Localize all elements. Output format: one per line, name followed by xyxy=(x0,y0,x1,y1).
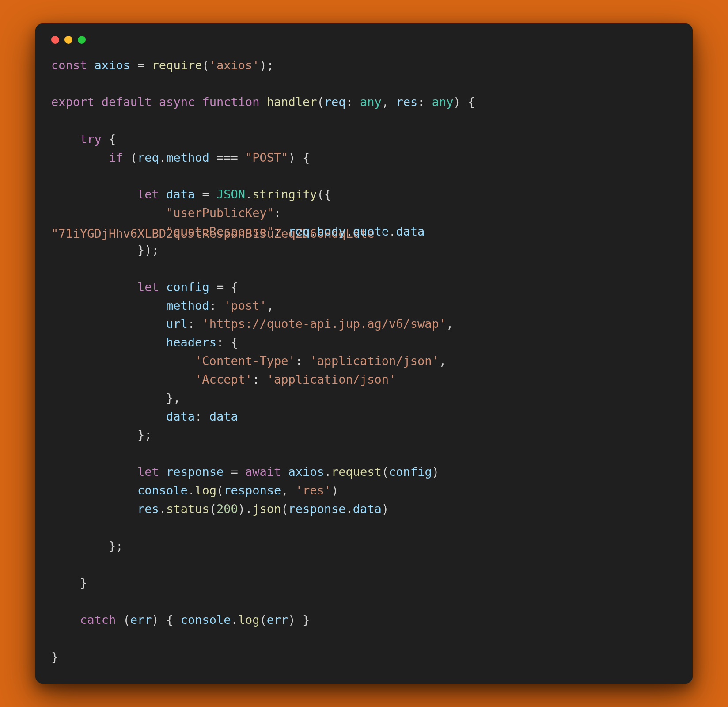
code-token: config xyxy=(159,280,209,294)
code-token: ) { xyxy=(453,95,475,109)
code-token: }; xyxy=(137,428,152,441)
code-token: { xyxy=(102,132,116,146)
code-token: : xyxy=(296,354,310,368)
code-token: ). xyxy=(238,502,253,516)
code-token: 'Accept' xyxy=(195,373,252,386)
code-token: json xyxy=(252,502,281,516)
code-token xyxy=(51,187,137,201)
minimize-icon[interactable] xyxy=(64,36,72,44)
code-token: ) } xyxy=(288,613,310,627)
code-token: request xyxy=(331,465,382,479)
code-token xyxy=(51,613,80,627)
code-token: data xyxy=(353,502,382,516)
code-token: ( xyxy=(209,502,216,516)
code-token: . xyxy=(346,224,353,238)
code-token: : xyxy=(417,95,432,109)
code-token: quote xyxy=(353,224,389,238)
code-token: log xyxy=(238,613,260,627)
code-token: , xyxy=(382,95,396,109)
code-window: const axios = require('axios'); export d… xyxy=(35,23,693,684)
code-token xyxy=(51,317,166,331)
code-token: ( xyxy=(116,613,130,627)
code-token: 'post' xyxy=(224,299,267,312)
code-token: ( xyxy=(281,502,288,516)
code-token xyxy=(51,428,137,441)
code-token: method xyxy=(166,299,209,312)
close-icon[interactable] xyxy=(51,36,59,44)
code-token: . xyxy=(346,502,353,516)
code-token: req xyxy=(137,151,159,164)
code-token: export xyxy=(51,95,95,109)
code-token: ({ xyxy=(317,187,332,201)
code-token: }); xyxy=(137,243,159,257)
window-controls xyxy=(51,36,677,44)
code-token: : xyxy=(346,95,360,109)
code-token: ) xyxy=(432,465,439,479)
code-token: res xyxy=(137,502,159,516)
code-token: === xyxy=(209,151,245,164)
code-token: ) xyxy=(382,502,389,516)
code-token: err xyxy=(267,613,288,627)
code-token: . xyxy=(159,502,166,516)
code-token: } xyxy=(51,650,58,664)
code-token: : xyxy=(188,317,202,331)
code-token: response xyxy=(224,483,281,497)
code-token: data xyxy=(396,224,425,238)
code-token: data xyxy=(209,410,238,423)
code-token: ( xyxy=(202,58,209,72)
code-token: . xyxy=(324,465,331,479)
code-token: console xyxy=(181,613,231,627)
code-token: JSON xyxy=(216,187,245,201)
code-token: } xyxy=(80,576,87,589)
code-token: console xyxy=(137,483,188,497)
code-token: 'application/json' xyxy=(310,354,439,368)
overlapping-text: "71iYGDjHhv6XLBD2qU5tResponB13uZeqZD66Hd… xyxy=(51,224,425,238)
code-token: res xyxy=(396,95,417,109)
code-token: let xyxy=(137,465,159,479)
code-token: try xyxy=(80,132,102,146)
code-token: await xyxy=(245,465,281,479)
code-token: ); xyxy=(259,58,274,72)
code-token: : xyxy=(195,410,209,423)
code-token: log xyxy=(195,483,216,497)
code-token: ( xyxy=(382,465,389,479)
code-token: config xyxy=(389,465,432,479)
code-token: ) xyxy=(331,483,338,497)
code-token: req xyxy=(288,224,310,238)
code-token: : xyxy=(209,299,224,312)
code-token xyxy=(51,335,166,349)
code-token xyxy=(51,132,80,146)
code-token: if xyxy=(109,151,123,164)
code-token xyxy=(51,224,166,238)
code-token: . xyxy=(245,187,252,201)
code-token xyxy=(51,354,195,368)
code-token xyxy=(51,539,109,553)
code-token: }; xyxy=(109,539,123,553)
code-token: headers xyxy=(166,335,216,349)
code-token: . xyxy=(188,483,195,497)
code-token: async xyxy=(159,95,195,109)
code-token: data xyxy=(159,187,195,201)
code-token: function xyxy=(202,95,259,109)
maximize-icon[interactable] xyxy=(78,36,86,44)
code-token: : xyxy=(274,206,281,220)
code-token: catch xyxy=(80,613,116,627)
code-token xyxy=(281,465,288,479)
code-token: axios xyxy=(288,465,324,479)
code-token: data xyxy=(166,410,195,423)
code-token: 200 xyxy=(216,502,238,516)
code-token: req xyxy=(324,95,346,109)
code-token xyxy=(51,280,137,294)
code-token: : { xyxy=(216,335,238,349)
code-token: 'application/json' xyxy=(267,373,396,386)
code-token: any xyxy=(432,95,454,109)
code-token: response xyxy=(159,465,224,479)
code-token xyxy=(51,243,137,257)
code-token: method xyxy=(166,151,209,164)
code-token: ( xyxy=(317,95,324,109)
code-token: , xyxy=(281,483,296,497)
code-token: , xyxy=(267,299,274,312)
code-token: body xyxy=(317,224,346,238)
code-token: default xyxy=(102,95,152,109)
code-token xyxy=(51,410,166,423)
